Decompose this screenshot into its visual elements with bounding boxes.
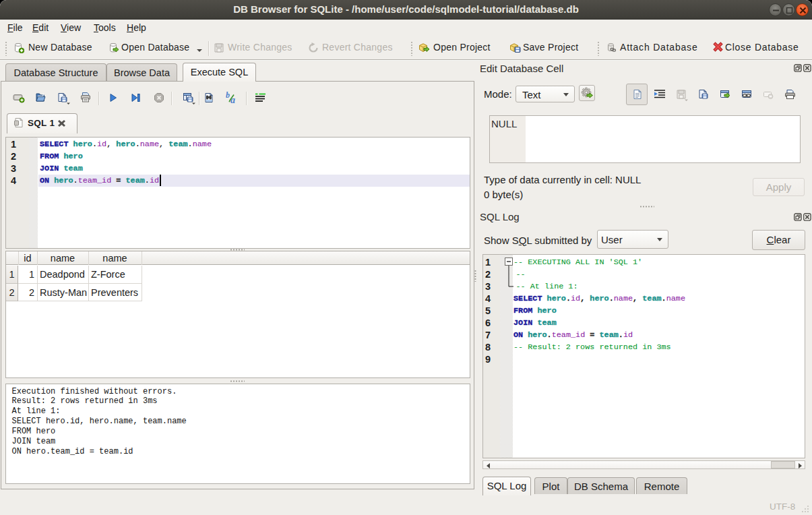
svg-text:b: b — [226, 91, 230, 100]
